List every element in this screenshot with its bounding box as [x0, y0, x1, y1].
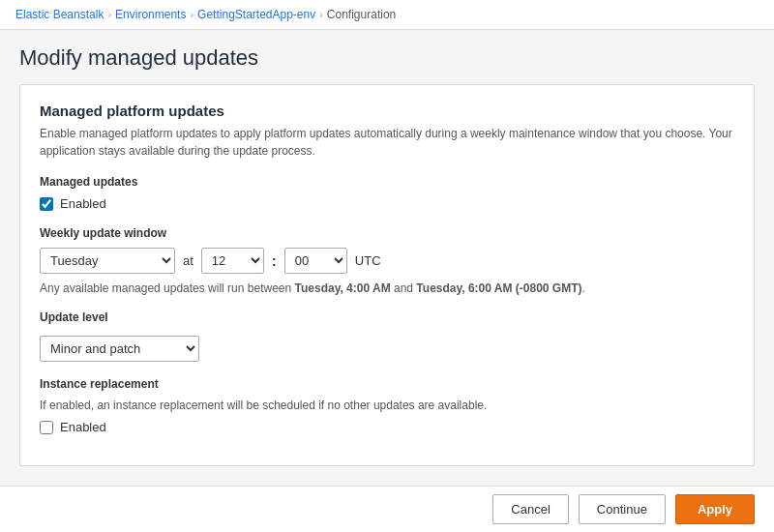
hint-bold-2: Tuesday, 6:00 AM (-0800 GMT): [416, 281, 581, 295]
breadcrumb-app-env[interactable]: GettingStartedApp-env: [197, 8, 315, 21]
window-row: Sunday Monday Tuesday Wednesday Thursday…: [40, 248, 734, 274]
instance-replacement-label: Instance replacement: [40, 377, 734, 391]
continue-button[interactable]: Continue: [579, 494, 666, 524]
breadcrumb-configuration: Configuration: [327, 8, 396, 21]
breadcrumb-sep-2: ›: [190, 9, 194, 20]
managed-updates-label: Managed updates: [40, 175, 734, 189]
page-title: Modify managed updates: [19, 45, 755, 71]
main-content: Modify managed updates Managed platform …: [0, 30, 774, 482]
breadcrumb-sep-1: ›: [107, 9, 111, 20]
apply-button[interactable]: Apply: [675, 494, 755, 524]
managed-updates-enabled-row: Enabled: [40, 196, 734, 211]
breadcrumb-environments[interactable]: Environments: [115, 8, 186, 21]
cancel-button[interactable]: Cancel: [492, 494, 568, 524]
day-select[interactable]: Sunday Monday Tuesday Wednesday Thursday…: [40, 248, 175, 274]
colon-separator: :: [272, 252, 277, 269]
breadcrumb: Elastic Beanstalk › Environments › Getti…: [0, 0, 774, 30]
instance-enabled-label: Enabled: [60, 420, 106, 434]
update-hint: Any available managed updates will run b…: [40, 281, 734, 295]
breadcrumb-elastic-beanstalk[interactable]: Elastic Beanstalk: [15, 8, 104, 21]
hint-bold-1: Tuesday, 4:00 AM: [295, 281, 391, 295]
card-description: Enable managed platform updates to apply…: [40, 125, 734, 160]
weekly-window-label: Weekly update window: [40, 226, 734, 240]
instance-replacement-desc: If enabled, an instance replacement will…: [40, 399, 734, 412]
managed-updates-card: Managed platform updates Enable managed …: [19, 84, 755, 466]
instance-replacement-checkbox[interactable]: [40, 421, 53, 434]
update-level-label: Update level: [40, 310, 734, 324]
update-level-select[interactable]: Minor and patch Minor only Patch only: [40, 336, 199, 362]
card-title: Managed platform updates: [40, 103, 734, 119]
instance-enabled-row: Enabled: [40, 420, 734, 434]
managed-updates-enabled-label: Enabled: [60, 196, 106, 211]
managed-updates-checkbox[interactable]: [40, 197, 53, 211]
breadcrumb-sep-3: ›: [319, 9, 323, 20]
minute-select[interactable]: 00 15 30 45: [284, 248, 347, 274]
at-label: at: [183, 253, 194, 268]
hour-select[interactable]: 00010203 04050607 08091011 12131415 1617…: [201, 248, 264, 274]
footer: Cancel Continue Apply: [0, 486, 774, 532]
utc-label: UTC: [355, 253, 381, 268]
